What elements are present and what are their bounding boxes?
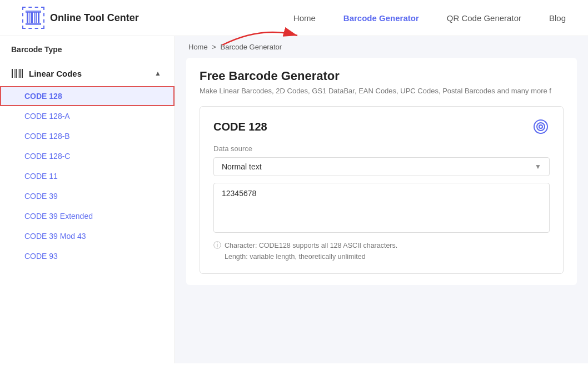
logo-icon (22, 7, 44, 29)
chevron-down-icon: ▼ (535, 163, 541, 171)
nav-blog[interactable]: Blog (549, 13, 566, 23)
page-title: Free Barcode Generator (200, 69, 564, 83)
svg-rect-10 (14, 69, 14, 78)
sidebar-item-code39[interactable]: CODE 39 (0, 186, 175, 206)
sidebar-item-code39mod43[interactable]: CODE 39 Mod 43 (0, 226, 175, 246)
svg-point-17 (539, 125, 542, 128)
info-line2: Length: variable length, theoretically u… (225, 251, 397, 262)
code-panel-title: CODE 128 (213, 121, 267, 133)
svg-rect-3 (34, 12, 35, 23)
sidebar-item-code128[interactable]: CODE 128 (0, 86, 175, 106)
breadcrumb-current: Barcode Generator (221, 43, 282, 51)
page-subtitle: Make Linear Barcodes, 2D Codes, GS1 Data… (200, 87, 564, 95)
sidebar-item-code93[interactable]: CODE 93 (0, 246, 175, 266)
svg-rect-2 (31, 12, 33, 23)
nav-barcode-generator[interactable]: Barcode Generator (343, 13, 419, 23)
barcode-type-label: Barcode Type (0, 36, 175, 57)
svg-rect-9 (12, 69, 13, 78)
target-icon[interactable] (532, 118, 550, 136)
svg-rect-14 (22, 69, 23, 78)
info-icon: ⓘ (213, 241, 221, 251)
header: Online Tool Center Home Barcode Generato… (0, 0, 588, 36)
breadcrumb-separator: > (212, 43, 216, 51)
linear-codes-left: Linear Codes (11, 67, 82, 79)
chevron-up-icon: ▲ (155, 69, 161, 77)
code-panel: CODE 128 Data source Normal text ▼ (200, 106, 564, 274)
linear-codes-section[interactable]: Linear Codes ▲ (0, 57, 175, 86)
svg-rect-11 (16, 69, 17, 78)
sidebar-item-code11[interactable]: CODE 11 (0, 166, 175, 186)
svg-rect-0 (27, 12, 28, 23)
sidebar-item-code128b[interactable]: CODE 128-B (0, 126, 175, 146)
code-panel-header: CODE 128 (213, 118, 550, 136)
svg-rect-7 (26, 23, 41, 24)
data-source-label: Data source (213, 144, 550, 153)
breadcrumb: Home > Barcode Generator (175, 36, 588, 58)
nav-home[interactable]: Home (293, 13, 316, 23)
breadcrumb-home[interactable]: Home (188, 43, 208, 51)
barcode-section-icon (11, 67, 23, 79)
svg-rect-13 (19, 69, 21, 78)
svg-rect-6 (26, 11, 41, 12)
svg-rect-5 (38, 12, 39, 23)
content-inner: Free Barcode Generator Make Linear Barco… (186, 58, 577, 285)
sidebar: Barcode Type Linear Codes ▲ CODE (0, 36, 175, 363)
main-nav: Home Barcode Generator QR Code Generator… (293, 13, 566, 23)
info-section: ⓘ Character: CODE128 supports all 128 AS… (213, 240, 550, 262)
info-lines: Character: CODE128 supports all 128 ASCI… (225, 240, 397, 262)
main-content: Home > Barcode Generator Free Barcode Ge… (175, 36, 588, 363)
barcode-text-input[interactable]: 12345678 (213, 183, 550, 233)
svg-point-16 (537, 123, 545, 131)
sidebar-item-code128c[interactable]: CODE 128-C (0, 146, 175, 166)
linear-codes-label: Linear Codes (29, 69, 82, 78)
logo-text: Online Tool Center (50, 12, 139, 24)
svg-rect-12 (18, 69, 18, 78)
sidebar-item-code128a[interactable]: CODE 128-A (0, 106, 175, 126)
nav-qr-generator[interactable]: QR Code Generator (447, 13, 521, 23)
dropdown-value: Normal text (222, 162, 262, 171)
svg-point-15 (534, 120, 547, 133)
sidebar-item-code39ext[interactable]: CODE 39 Extended (0, 206, 175, 226)
logo-area: Online Tool Center (22, 7, 139, 29)
main-layout: Barcode Type Linear Codes ▲ CODE (0, 36, 588, 363)
data-source-dropdown[interactable]: Normal text ▼ (213, 157, 550, 176)
info-line1: Character: CODE128 supports all 128 ASCI… (225, 240, 397, 251)
svg-rect-4 (36, 12, 37, 23)
svg-rect-1 (29, 12, 31, 23)
